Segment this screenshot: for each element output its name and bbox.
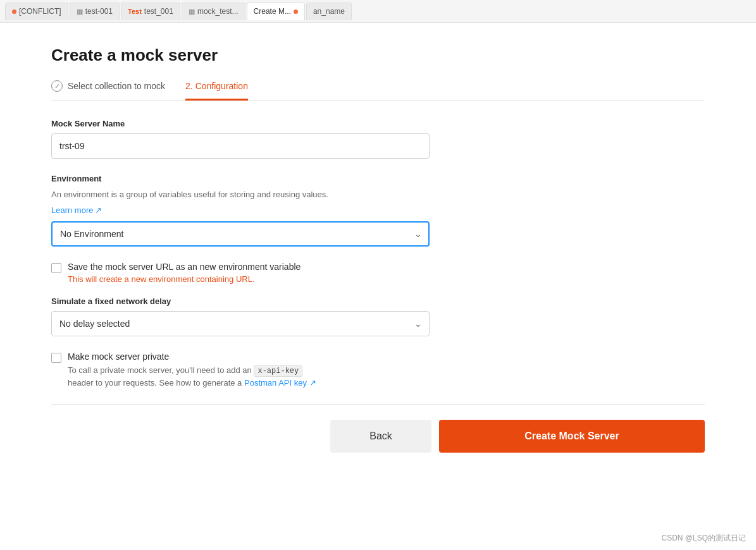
tab-mock-test-label: mock_test... bbox=[197, 7, 239, 16]
step-1[interactable]: ✓ Select collection to mock bbox=[51, 80, 165, 101]
server-name-label: Mock Server Name bbox=[51, 119, 705, 128]
bottom-actions: Back Create Mock Server bbox=[51, 420, 705, 453]
environment-label: Environment bbox=[51, 174, 705, 183]
save-url-subtext: This will create a new environment conta… bbox=[68, 274, 301, 284]
tab-conflict-label: [CONFLICT] bbox=[19, 7, 61, 16]
step-1-check: ✓ bbox=[51, 80, 63, 92]
simulate-delay-section: Simulate a fixed network delay No delay … bbox=[51, 296, 705, 336]
save-url-label: Save the mock server URL as an new envir… bbox=[68, 262, 301, 272]
save-url-row: Save the mock server URL as an new envir… bbox=[51, 262, 705, 284]
tab-test001b[interactable]: Test test_001 bbox=[121, 3, 180, 20]
tab-test001b-label: test_001 bbox=[144, 7, 173, 16]
tab-an-name-label: an_name bbox=[313, 7, 345, 16]
environment-description: An environment is a group of variables u… bbox=[51, 188, 705, 201]
bottom-divider bbox=[51, 404, 705, 405]
private-subtext-2: header to your requests. See how to gene… bbox=[68, 378, 242, 388]
server-name-input[interactable] bbox=[51, 133, 430, 159]
environment-select-wrapper: No Environment ⌄ bbox=[51, 221, 430, 247]
watermark: CSDN @LSQ的测试日记 bbox=[661, 533, 746, 544]
back-button[interactable]: Back bbox=[330, 420, 431, 453]
postman-api-key-arrow: ↗ bbox=[309, 378, 316, 388]
server-name-section: Mock Server Name bbox=[51, 119, 705, 159]
tab-test001-label: test-001 bbox=[85, 7, 113, 16]
main-content: Create a mock server ✓ Select collection… bbox=[0, 23, 756, 550]
environment-section: Environment An environment is a group of… bbox=[51, 174, 705, 247]
test-badge: Test bbox=[128, 8, 142, 15]
step-2-label: 2. Configuration bbox=[185, 81, 248, 91]
create-mock-dot bbox=[294, 9, 298, 14]
chart-icon-2: ▦ bbox=[189, 8, 195, 16]
private-subtext-1: To call a private mock server, you'll ne… bbox=[68, 365, 252, 375]
tab-create-mock-label: Create M... bbox=[254, 7, 291, 16]
conflict-dot bbox=[12, 9, 16, 14]
tab-an-name[interactable]: an_name bbox=[306, 3, 352, 20]
delay-select[interactable]: No delay selected 250ms 500ms 1000ms bbox=[51, 311, 430, 336]
private-server-subtext: To call a private mock server, you'll ne… bbox=[68, 364, 316, 389]
save-url-checkbox[interactable] bbox=[51, 263, 61, 273]
tab-mock-test[interactable]: ▦ mock_test... bbox=[182, 3, 245, 20]
private-server-row: Make mock server private To call a priva… bbox=[51, 351, 705, 389]
tab-bar: [CONFLICT] ▦ test-001 Test test_001 ▦ mo… bbox=[0, 0, 756, 23]
tab-test001[interactable]: ▦ test-001 bbox=[70, 3, 120, 20]
api-key-code: x-api-key bbox=[254, 365, 302, 377]
postman-api-key-link[interactable]: Postman API key ↗ bbox=[244, 378, 316, 388]
learn-more-label: Learn more bbox=[51, 205, 93, 215]
create-mock-server-button[interactable]: Create Mock Server bbox=[439, 420, 705, 453]
private-server-text-block: Make mock server private To call a priva… bbox=[68, 351, 316, 389]
simulate-delay-label: Simulate a fixed network delay bbox=[51, 296, 705, 306]
tab-conflict[interactable]: [CONFLICT] bbox=[5, 3, 68, 20]
private-server-label: Make mock server private bbox=[68, 351, 316, 362]
step-2[interactable]: 2. Configuration bbox=[185, 81, 248, 101]
environment-select[interactable]: No Environment bbox=[51, 221, 430, 247]
postman-api-key-label: Postman API key bbox=[244, 378, 307, 388]
private-server-checkbox[interactable] bbox=[51, 353, 61, 363]
chart-icon-1: ▦ bbox=[77, 8, 83, 16]
learn-more-arrow: ↗ bbox=[95, 205, 102, 215]
tab-create-mock[interactable]: Create M... bbox=[247, 3, 305, 20]
delay-select-wrapper: No delay selected 250ms 500ms 1000ms ⌄ bbox=[51, 311, 430, 336]
save-url-text-block: Save the mock server URL as an new envir… bbox=[68, 262, 301, 284]
steps-nav: ✓ Select collection to mock 2. Configura… bbox=[51, 80, 705, 101]
step-1-label: Select collection to mock bbox=[68, 81, 165, 91]
page-title: Create a mock server bbox=[51, 46, 705, 65]
learn-more-link[interactable]: Learn more ↗ bbox=[51, 205, 102, 215]
